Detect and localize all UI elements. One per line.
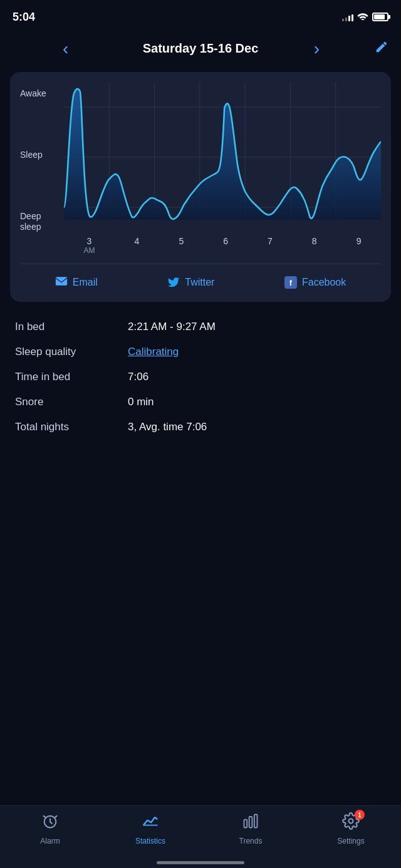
signal-icon: [342, 13, 353, 21]
chart-card: Awake Sleep Deepsleep: [10, 72, 391, 302]
x-label-4: 4: [135, 236, 140, 255]
battery-icon: [372, 13, 388, 21]
chart-y-labels: Awake Sleep Deepsleep: [20, 82, 64, 257]
svg-rect-11: [143, 825, 157, 826]
alarm-icon: [41, 812, 59, 834]
stat-label-total-nights: Total nights: [15, 421, 128, 433]
svg-rect-12: [244, 820, 247, 828]
status-time: 5:04: [13, 11, 35, 24]
twitter-label: Twitter: [185, 277, 214, 288]
stat-label-sleep-quality: Sleep quality: [15, 346, 128, 358]
share-divider: [20, 264, 381, 264]
tab-settings-label: Settings: [337, 837, 364, 845]
svg-rect-9: [56, 277, 67, 285]
facebook-icon: f: [284, 276, 297, 289]
stat-row-in-bed: In bed 2:21 AM - 9:27 AM: [15, 314, 386, 339]
tab-alarm[interactable]: Alarm: [0, 812, 100, 845]
chart-x-labels: 3 AM 4 5 6 7 8 9: [64, 236, 381, 255]
y-label-sleep: Sleep: [20, 150, 64, 160]
stat-value-total-nights: 3, Avg. time 7:06: [128, 421, 207, 433]
statistics-icon: [142, 812, 159, 834]
twitter-icon: [167, 276, 180, 289]
settings-badge: 1: [355, 810, 365, 820]
nav-header: ‹ Saturday 15-16 Dec ›: [0, 31, 401, 66]
y-label-awake: Awake: [20, 88, 64, 99]
stat-row-snore: Snore 0 min: [15, 390, 386, 415]
trends-icon: [242, 812, 259, 834]
stat-row-total-nights: Total nights 3, Avg. time 7:06: [15, 415, 386, 440]
twitter-share-button[interactable]: Twitter: [167, 276, 214, 289]
y-label-deep-sleep: Deepsleep: [20, 211, 64, 232]
stat-value-time-in-bed: 7:06: [128, 371, 148, 383]
chart-area: 3 AM 4 5 6 7 8 9: [64, 82, 381, 257]
tab-trends[interactable]: Trends: [200, 812, 301, 845]
email-share-button[interactable]: Email: [55, 276, 98, 289]
email-icon: [55, 276, 68, 289]
tab-bar: Alarm Statistics Trends: [0, 805, 401, 868]
stat-value-in-bed: 2:21 AM - 9:27 AM: [128, 321, 216, 333]
tab-statistics-label: Statistics: [135, 837, 165, 845]
svg-point-15: [349, 819, 353, 824]
share-buttons: Email Twitter f Facebook: [20, 271, 381, 292]
prev-day-button[interactable]: ‹: [63, 39, 68, 59]
wifi-icon: [357, 11, 368, 23]
stat-value-sleep-quality[interactable]: Calibrating: [128, 346, 179, 358]
x-label-5: 5: [179, 236, 184, 255]
stat-value-snore: 0 min: [128, 396, 154, 408]
status-icons: [342, 11, 388, 23]
stats-section: In bed 2:21 AM - 9:27 AM Sleep quality C…: [15, 314, 386, 440]
svg-rect-13: [249, 817, 253, 828]
facebook-label: Facebook: [302, 277, 346, 288]
home-indicator: [157, 861, 244, 864]
edit-button[interactable]: [375, 40, 388, 57]
tab-alarm-label: Alarm: [40, 837, 60, 845]
nav-title: Saturday 15-16 Dec: [143, 41, 259, 56]
x-label-6: 6: [223, 236, 228, 255]
x-label-3: 3 AM: [84, 236, 95, 255]
next-day-button[interactable]: ›: [314, 39, 320, 59]
stat-row-sleep-quality: Sleep quality Calibrating: [15, 339, 386, 364]
stat-label-in-bed: In bed: [15, 321, 128, 333]
tab-trends-label: Trends: [239, 837, 263, 845]
svg-rect-14: [254, 815, 258, 828]
stat-label-snore: Snore: [15, 396, 128, 408]
facebook-share-button[interactable]: f Facebook: [284, 276, 346, 289]
stat-row-time-in-bed: Time in bed 7:06: [15, 364, 386, 390]
email-label: Email: [73, 277, 98, 288]
sleep-graph: [64, 82, 381, 232]
x-label-7: 7: [268, 236, 273, 255]
x-label-9: 9: [357, 236, 362, 255]
status-bar: 5:04: [0, 0, 401, 31]
tab-statistics[interactable]: Statistics: [100, 812, 200, 845]
stat-label-time-in-bed: Time in bed: [15, 371, 128, 383]
tab-settings[interactable]: 1 Settings: [301, 812, 401, 845]
sleep-chart: Awake Sleep Deepsleep: [20, 82, 381, 257]
x-label-8: 8: [312, 236, 317, 255]
